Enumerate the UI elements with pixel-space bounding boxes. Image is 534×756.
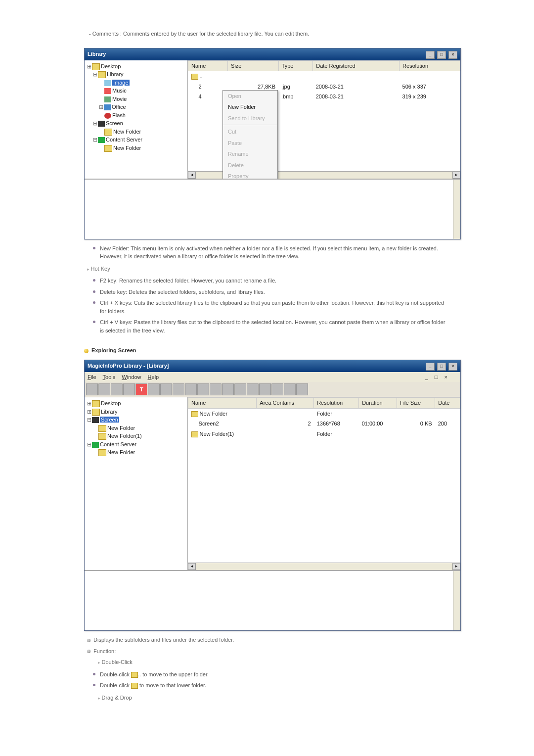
tree-content-server[interactable]: Content Server	[100, 441, 136, 447]
window-title: MagicInfoPro Library - [Library]	[88, 362, 169, 370]
tree-flash[interactable]: Flash	[112, 112, 126, 118]
tree-library[interactable]: Library	[107, 71, 124, 77]
image-icon	[104, 80, 111, 86]
tree-office[interactable]: Office	[112, 104, 126, 110]
menu-help[interactable]: Help	[148, 374, 159, 380]
v-scrollbar[interactable]	[453, 571, 460, 630]
toolbar-icon[interactable]	[234, 383, 246, 395]
minimize-button[interactable]: _	[426, 363, 435, 371]
col-type[interactable]: Type	[278, 60, 313, 71]
tree-music[interactable]: Music	[112, 88, 127, 94]
mdi-restore-button[interactable]: □	[435, 374, 438, 380]
table-row[interactable]: Screen221366*76801:00:000 KB200	[188, 419, 460, 429]
screen-icon	[98, 121, 105, 127]
mdi-minimize-button[interactable]: _	[425, 374, 428, 380]
image-file-icon	[191, 94, 197, 98]
tree-screen[interactable]: Screen	[100, 417, 119, 423]
ctx-rename: Rename	[223, 148, 277, 160]
folder-icon	[131, 683, 138, 689]
tree-screen[interactable]: Screen	[106, 120, 123, 126]
col-date[interactable]: Date Registered	[313, 60, 400, 71]
ctx-new-folder[interactable]: New Folder	[223, 101, 277, 113]
col-size[interactable]: Size	[228, 60, 278, 71]
ctx-delete: Delete	[223, 160, 277, 171]
menu-window[interactable]: Window	[122, 374, 141, 380]
tree-image[interactable]: Image	[112, 80, 130, 86]
col-resolution[interactable]: Resolution	[314, 398, 359, 409]
menu-file[interactable]: File	[88, 374, 96, 380]
ctx-cut: Cut	[223, 126, 277, 138]
toolbar-icon[interactable]	[173, 383, 184, 395]
col-resolution[interactable]: Resolution	[400, 60, 460, 71]
scroll-left-button[interactable]: ◄	[188, 172, 196, 179]
tree-desktop[interactable]: Desktop	[101, 63, 121, 69]
mdi-close-button[interactable]: ×	[445, 374, 447, 380]
tree-view[interactable]: ⊞Desktop ⊞Library ⊟Screen New Folder New…	[85, 397, 188, 570]
preview-pane	[85, 179, 460, 239]
minimize-button[interactable]: _	[426, 51, 435, 59]
toolbar-icon[interactable]	[86, 383, 98, 395]
tree-content-server[interactable]: Content Server	[106, 137, 142, 142]
hotkey-ctrl-v: Ctrl + V keys: Pastes the library files …	[93, 318, 450, 334]
tree-new-folder[interactable]: New Folder	[107, 425, 135, 431]
hotkey-delete: Delete key: Deletes the selected folders…	[93, 288, 450, 296]
toolbar-icon[interactable]	[98, 383, 110, 395]
h-scrollbar[interactable]: ◄►	[188, 563, 460, 570]
col-name[interactable]: Name	[188, 60, 228, 71]
magicinfo-window: MagicInfoPro Library - [Library] _ □ × F…	[84, 360, 461, 631]
tree-new-folder[interactable]: New Folder	[113, 129, 141, 135]
toolbar-icon[interactable]	[185, 383, 197, 395]
toolbar-icon[interactable]	[148, 383, 160, 395]
close-button[interactable]: ×	[448, 51, 457, 59]
double-click-down: Double-click to move to that lower folde…	[93, 681, 450, 690]
table-row[interactable]: ..	[188, 71, 460, 82]
titlebar: MagicInfoPro Library - [Library] _ □ ×	[85, 360, 460, 372]
col-area[interactable]: Area Contains	[257, 398, 314, 409]
col-duration[interactable]: Duration	[359, 398, 397, 409]
toolbar-icon[interactable]	[123, 383, 135, 395]
close-button[interactable]: ×	[448, 363, 457, 371]
tree-desktop[interactable]: Desktop	[101, 400, 121, 406]
drag-drop-heading: Drag & Drop	[84, 694, 450, 702]
toolbar-icon[interactable]	[111, 383, 123, 395]
scroll-right-button[interactable]: ►	[452, 172, 460, 179]
v-scrollbar[interactable]	[453, 180, 460, 239]
menu-tools[interactable]: Tools	[103, 374, 116, 380]
preview-pane	[85, 570, 460, 630]
toolbar-icon[interactable]	[284, 383, 296, 395]
toolbar-text-icon[interactable]: T	[135, 383, 147, 395]
tree-new-folder-2[interactable]: New Folder	[113, 145, 141, 151]
col-file-size[interactable]: File Size	[397, 398, 435, 409]
file-list[interactable]: Name Size Type Date Registered Resolutio…	[188, 60, 460, 179]
toolbar-icon[interactable]	[271, 383, 283, 395]
col-date[interactable]: Date	[435, 398, 460, 409]
toolbar-icon[interactable]	[296, 383, 308, 395]
folder-icon	[191, 431, 198, 437]
tree-new-folder-1[interactable]: New Folder(1)	[107, 433, 142, 439]
tree-movie[interactable]: Movie	[112, 96, 127, 102]
tree-library[interactable]: Library	[101, 409, 118, 415]
toolbar-icon[interactable]	[259, 383, 271, 395]
titlebar: Library _ □ ×	[85, 48, 460, 60]
folder-icon	[104, 145, 112, 152]
folder-icon	[98, 425, 106, 432]
scroll-left-button[interactable]: ◄	[188, 563, 196, 570]
toolbar-icon[interactable]	[247, 383, 259, 395]
tree-view[interactable]: ⊞Desktop ⊟Library Image Music Movie ⊞Off…	[85, 60, 188, 179]
toolbar-icon[interactable]	[222, 383, 234, 395]
desktop-icon	[92, 63, 100, 70]
maximize-button[interactable]: □	[437, 363, 446, 371]
tree-new-folder-2[interactable]: New Folder	[107, 449, 135, 455]
file-list[interactable]: Name Area Contains Resolution Duration F…	[188, 397, 460, 570]
toolbar-icon[interactable]	[210, 383, 222, 395]
col-name[interactable]: Name	[188, 398, 257, 409]
scroll-right-button[interactable]: ►	[452, 563, 460, 570]
maximize-button[interactable]: □	[437, 51, 446, 59]
toolbar-icon[interactable]	[160, 383, 172, 395]
table-row[interactable]: New Folder(1)Folder	[188, 429, 460, 439]
toolbar-icon[interactable]	[197, 383, 209, 395]
table-row[interactable]: New FolderFolder	[188, 408, 460, 419]
desc-function: Function:	[84, 647, 450, 656]
folder-icon	[191, 411, 198, 417]
double-click-heading: Double-Click	[84, 658, 450, 666]
